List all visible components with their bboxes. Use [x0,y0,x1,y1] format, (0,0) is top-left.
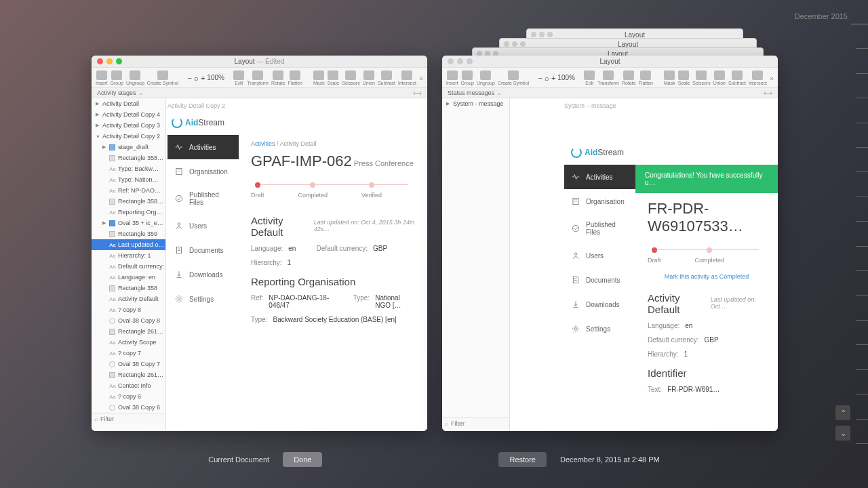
tool-subtract[interactable]: Subtract [378,70,395,85]
tool-transform[interactable]: Transform [597,70,619,85]
layer-row[interactable]: Contact Info [92,380,165,391]
layer-row[interactable]: Ref: NP-DAO… [92,185,165,196]
sidenav-settings[interactable]: Settings [564,317,635,341]
sidenav-downloads[interactable]: Downloads [167,262,239,287]
layer-filter[interactable]: ⌕ ◈ ✎ ⬚ [442,418,509,429]
sidenav-organisation[interactable]: Organisation [167,159,239,184]
filter-input[interactable] [451,420,510,427]
version-down-button[interactable]: ⌄ [835,426,850,441]
layer-row[interactable]: Last updated o… [92,239,165,250]
sidenav-users[interactable]: Users [564,243,635,268]
version-up-button[interactable]: ⌃ [835,405,850,420]
titlebar[interactable]: Layout — Edited [92,56,427,68]
tool-insert[interactable]: Insert [96,70,108,85]
layer-row[interactable]: Rectangle 261… [92,369,165,380]
layer-row[interactable]: Reporting Org… [92,207,165,218]
layer-list[interactable]: Activity DetailActivity Detail Copy 4Act… [92,98,166,431]
canvas[interactable]: Activity Detail Copy 2 AidStream Activit… [166,98,427,431]
tool-mask[interactable]: Mask [664,70,675,85]
canvas[interactable]: System – message AidStream ActivitiesOrg… [510,98,778,431]
layer-row[interactable]: Activity Scope [92,337,165,348]
tool-create-symbol[interactable]: Create Symbol [498,70,529,85]
layer-row[interactable]: Activity Default [92,293,165,304]
tool-union[interactable]: Union [363,70,375,85]
sidenav-documents[interactable]: Documents [167,238,239,262]
sidenav-organisation[interactable]: Organisation [564,189,635,214]
layer-row[interactable]: Activity Detail Copy 4 [92,109,165,120]
sidenav-downloads[interactable]: Downloads [564,292,635,317]
layer-row[interactable]: Rectangle 358… [92,196,165,207]
layer-row[interactable]: stage_draft [92,142,165,152]
layer-filter[interactable]: ⌕ ◈ ✎ ⬚ [92,413,165,424]
zoom-control[interactable]: −⌕+100% [538,74,574,82]
tool-mask[interactable]: Mask [313,70,325,85]
layer-row[interactable]: ? copy 8 [92,304,165,315]
layer-row[interactable]: Type: Backw… [92,163,165,174]
tool-ungroup[interactable]: Ungroup [477,70,495,85]
traffic-lights[interactable] [97,58,122,64]
layer-row[interactable]: ? copy 6 [92,391,165,402]
layer-row[interactable]: Language: en [92,272,165,283]
tool-rotate[interactable]: Rotate [622,70,636,85]
layer-row[interactable]: Default currency: [92,261,165,272]
layer-row[interactable]: System - message [442,98,509,109]
sidenav-documents[interactable]: Documents [564,268,635,292]
breadcrumb-link[interactable]: Activities [251,140,275,147]
tool-ungroup[interactable]: Ungroup [126,70,144,85]
tool-intersect[interactable]: Intersect [398,70,416,85]
tool-create-symbol[interactable]: Create Symbol [147,70,178,85]
layer-row[interactable]: Rectangle 359 [92,228,165,239]
filter-input[interactable] [100,415,166,422]
layer-row[interactable]: Activity Detail Copy 2 [92,131,165,142]
sidenav-published-files[interactable]: Published Files [564,214,635,243]
tool-transform[interactable]: Transform [247,70,269,85]
layer-row[interactable]: Rectangle 261… [92,326,165,337]
toolbar-overflow-icon[interactable]: » [419,74,423,82]
mark-completed-link[interactable]: Mark this activity as Completed [648,270,766,283]
traffic-lights[interactable] [448,58,473,64]
tool-rotate[interactable]: Rotate [271,70,285,85]
sidenav-settings[interactable]: Settings [167,287,239,311]
downloads-icon [174,270,184,279]
layer-row[interactable]: Oval 38 Copy 8 [92,315,165,326]
tool-scissors[interactable]: Scissors [692,70,710,85]
tool-group[interactable]: Group [111,70,123,85]
tool-scale[interactable]: Scale [328,70,340,85]
layer-row[interactable]: Type: Nation… [92,174,165,185]
layer-row[interactable]: Activity Detail Copy 3 [92,120,165,131]
layer-row[interactable]: Hierarchy: 1 [92,250,165,261]
layer-row[interactable]: Oval 35 + ic_e… [92,218,165,228]
tool-edit[interactable]: Edit [584,70,595,85]
sidenav-activities[interactable]: Activities [167,135,239,159]
tool-group[interactable]: Group [461,70,474,85]
tool-insert[interactable]: Insert [446,70,458,85]
titlebar[interactable]: Layout [442,56,778,68]
window-current: Layout — Edited InsertGroupUngroupCreate… [92,56,427,431]
layer-row[interactable]: Rectangle 358 [92,283,165,293]
tool-subtract[interactable]: Subtract [728,70,746,85]
sidenav-activities[interactable]: Activities [564,165,635,189]
toolbar-overflow-icon[interactable]: » [770,74,774,82]
layer-row[interactable]: Activity Detail [92,98,165,109]
tool-scale[interactable]: Scale [678,70,690,85]
tool-flatten[interactable]: Flatten [288,70,302,85]
tool-flatten[interactable]: Flatten [639,70,653,85]
layer-row[interactable]: Oval 38 Copy 7 [92,359,165,369]
organisation-icon [571,197,580,206]
done-button[interactable]: Done [283,452,322,467]
sidenav-users[interactable]: Users [167,214,239,238]
zoom-control[interactable]: −⌕+100% [187,74,224,82]
tool-scissors[interactable]: Scissors [342,70,359,85]
layer-row[interactable]: Oval 38 Copy 6 [92,402,165,413]
page-selector[interactable]: Activity stages⌄ ⟷ [92,88,427,98]
layer-row[interactable]: ? copy 7 [92,348,165,359]
tool-edit[interactable]: Edit [233,70,244,85]
restore-button[interactable]: Restore [498,452,547,467]
tool-intersect[interactable]: Intersect [749,70,767,85]
tool-union[interactable]: Union [713,70,726,85]
layer-list[interactable]: System - message ⌕ ◈ ✎ ⬚ [442,98,510,431]
layer-row[interactable]: Rectangle 358… [92,152,165,163]
svg-point-7 [574,253,577,256]
sidenav-published-files[interactable]: Published Files [167,184,239,214]
page-selector[interactable]: Status messages⌄ ⟷ [442,88,778,98]
